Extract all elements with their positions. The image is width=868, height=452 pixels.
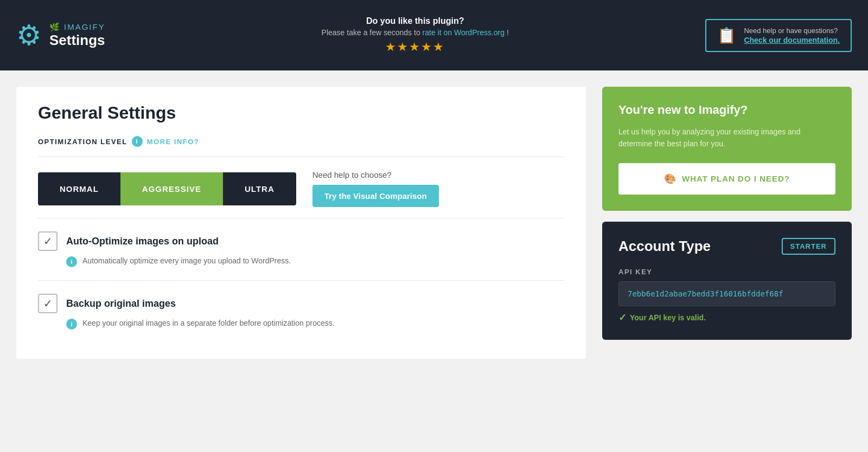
sidebar: You're new to Imagify? Let us help you b… — [602, 87, 852, 340]
docs-icon: 📋 — [717, 27, 736, 44]
star-rating: ★★★★★ — [136, 40, 694, 54]
check-icon: ✓ — [43, 235, 53, 248]
auto-optimize-row: ✓ Auto-Optimize images on upload i Autom… — [38, 218, 564, 280]
api-valid-message: ✓ Your API key is valid. — [618, 312, 835, 324]
opt-level-row: NORMAL AGGRESSIVE ULTRA Need help to cho… — [38, 170, 564, 207]
docs-text: Need help or have questions? Check our d… — [744, 27, 840, 44]
auto-optimize-desc: i Automatically optimize every image you… — [38, 256, 564, 267]
what-plan-button[interactable]: 🎨 WHAT PLAN DO I NEED? — [618, 163, 835, 195]
auto-optimize-label: Auto-Optimize images on upload — [66, 236, 219, 247]
plugin-question: Do you like this plugin? — [136, 16, 694, 26]
header-logo: ⚙ 🌿 IMAGIFY Settings — [16, 21, 125, 49]
docs-box: 📋 Need help or have questions? Check our… — [705, 19, 852, 52]
sidebar-new-box: You're new to Imagify? Let us help you b… — [602, 87, 852, 211]
account-header: Account Type STARTER — [618, 238, 835, 255]
auto-optimize-info-icon[interactable]: i — [66, 256, 77, 267]
opt-ultra-button[interactable]: ULTRA — [223, 172, 296, 205]
auto-optimize-checkbox[interactable]: ✓ — [38, 231, 58, 251]
plan-icon: 🎨 — [664, 173, 676, 185]
account-title: Account Type — [618, 238, 711, 255]
opt-help: Need help to choose? Try the Visual Comp… — [312, 170, 439, 207]
backup-checkbox[interactable]: ✓ — [38, 294, 58, 313]
opt-help-text: Need help to choose? — [312, 170, 439, 179]
header: ⚙ 🌿 IMAGIFY Settings Do you like this pl… — [0, 0, 868, 70]
auto-optimize-header: ✓ Auto-Optimize images on upload — [38, 231, 564, 251]
backup-header: ✓ Backup original images — [38, 294, 564, 313]
brand-name: 🌿 IMAGIFY — [49, 22, 105, 32]
backup-desc: i Keep your original images in a separat… — [38, 319, 564, 330]
starter-badge: STARTER — [782, 238, 835, 255]
logo-text: 🌿 IMAGIFY Settings — [49, 22, 105, 49]
valid-check-icon: ✓ — [618, 312, 627, 324]
main-container: General Settings OPTIMIZATION LEVEL i Mo… — [0, 70, 868, 375]
rate-link[interactable]: rate it on WordPress.org — [423, 28, 505, 37]
check-icon-2: ✓ — [43, 297, 53, 310]
more-info-link[interactable]: More info? — [147, 138, 200, 146]
content-area: General Settings OPTIMIZATION LEVEL i Mo… — [16, 87, 586, 359]
opt-level-info-icon[interactable]: i — [132, 136, 143, 147]
backup-info-icon[interactable]: i — [66, 319, 77, 330]
opt-level-section-label: OPTIMIZATION LEVEL i More info? — [38, 136, 564, 147]
opt-aggressive-button[interactable]: AGGRESSIVE — [120, 172, 223, 205]
backup-label: Backup original images — [66, 298, 176, 309]
page-title-header: Settings — [49, 32, 105, 49]
sidebar-account-box: Account Type STARTER API KEY ✓ Your API … — [602, 222, 852, 340]
api-key-input[interactable] — [618, 281, 835, 306]
docs-link[interactable]: Check our documentation. — [744, 36, 840, 44]
leaf-icon: 🌿 — [49, 22, 61, 32]
plugin-sub: Please take a few seconds to rate it on … — [136, 28, 694, 37]
gear-icon: ⚙ — [16, 21, 42, 49]
page-title: General Settings — [38, 103, 564, 123]
api-key-label: API KEY — [618, 268, 835, 276]
header-center: Do you like this plugin? Please take a f… — [136, 16, 694, 54]
visual-comparison-button[interactable]: Try the Visual Comparison — [312, 185, 439, 207]
opt-buttons-group: NORMAL AGGRESSIVE ULTRA — [38, 172, 296, 205]
new-title: You're new to Imagify? — [618, 103, 835, 117]
divider-1 — [38, 157, 564, 157]
backup-row: ✓ Backup original images i Keep your ori… — [38, 280, 564, 343]
opt-normal-button[interactable]: NORMAL — [38, 172, 120, 205]
new-desc: Let us help you by analyzing your existi… — [618, 126, 835, 150]
